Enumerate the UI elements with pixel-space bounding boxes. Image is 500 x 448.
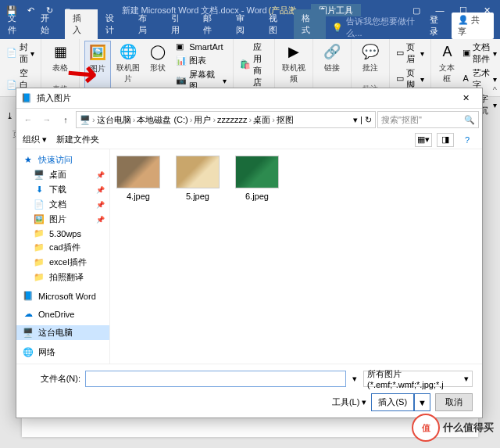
tab-layout[interactable]: 布局: [130, 9, 163, 39]
tab-insert[interactable]: 插入: [65, 9, 98, 39]
ribbon-tabs: 文件 开始 插入 设计 布局 引用 邮件 审阅 视图 格式 💡 告诉我您想要做什…: [0, 20, 500, 39]
filename-input[interactable]: [85, 371, 346, 387]
links-button[interactable]: 🔗链接: [318, 41, 346, 75]
sidebar-folder[interactable]: 📁拍照翻译: [16, 270, 109, 285]
sidebar-thispc[interactable]: 🖥️这台电脑: [16, 325, 109, 340]
header-button[interactable]: ▭页眉▾: [395, 41, 426, 66]
navigation-pane: ★快速访问 🖥️桌面📌 ⬇下载📌 📄文档📌 🖼️图片📌 📁5.30wps 📁ca…: [16, 149, 110, 364]
sidebar-pictures[interactable]: 🖼️图片📌: [16, 212, 109, 227]
sidebar-folder[interactable]: 📁5.30wps: [16, 227, 109, 240]
organize-button[interactable]: 组织 ▾: [23, 134, 47, 145]
file-filter-dropdown[interactable]: 所有图片(*.emf;*.wmf;*.jpg;*.j▾: [363, 371, 473, 387]
file-item[interactable]: 6.jpeg: [235, 156, 279, 201]
up-button[interactable]: ↑: [57, 111, 74, 128]
file-item[interactable]: 5.jpeg: [176, 156, 220, 201]
tab-design[interactable]: 设计: [98, 9, 130, 39]
sidebar-onedrive[interactable]: ☁OneDrive: [16, 307, 109, 321]
share-button[interactable]: 👤 共享: [452, 13, 494, 39]
login-link[interactable]: 登录: [430, 14, 447, 38]
dialog-title: 插入图片: [37, 92, 71, 104]
shapes-button[interactable]: ◯形状: [145, 41, 171, 93]
file-list[interactable]: 4.jpeg 5.jpeg 6.jpeg: [110, 149, 482, 364]
smartart-button[interactable]: ▣SmartArt: [174, 41, 228, 53]
chart-button[interactable]: 📊图表: [174, 54, 228, 67]
tab-references[interactable]: 引用: [163, 9, 196, 39]
sidebar-folder[interactable]: 📁excel插件: [16, 255, 109, 270]
tab-review[interactable]: 审阅: [228, 9, 261, 39]
insert-split-button[interactable]: ▼: [414, 393, 430, 411]
watermark: 值 什么值得买: [412, 414, 494, 442]
comment-button[interactable]: 💬批注: [356, 41, 384, 75]
collapse-ribbon-icon[interactable]: ^: [493, 85, 497, 95]
watermark-text: 什么值得买: [443, 421, 494, 435]
search-input[interactable]: 搜索"抠图"🔍: [377, 111, 479, 128]
cancel-button[interactable]: 取消: [435, 393, 473, 411]
insert-button[interactable]: 插入(S): [371, 393, 414, 411]
online-pictures-button[interactable]: 🌐联机图片: [114, 41, 141, 93]
cover-page-button[interactable]: 📄封面▾: [5, 41, 36, 66]
tab-file[interactable]: 文件: [0, 9, 33, 39]
view-mode-button[interactable]: ▦▾: [415, 133, 432, 147]
forward-button: →: [38, 111, 55, 128]
help-button[interactable]: ?: [459, 133, 476, 147]
preview-pane-button[interactable]: ◨: [437, 133, 454, 147]
word-icon: 📘: [21, 93, 32, 103]
filename-label: 文件名(N):: [26, 373, 80, 385]
sidebar-desktop[interactable]: 🖥️桌面📌: [16, 167, 109, 182]
sidebar-documents[interactable]: 📄文档📌: [16, 197, 109, 212]
app-store-button[interactable]: 🛍️应用商店: [238, 41, 270, 89]
online-video-button[interactable]: ▶联机视频: [280, 41, 308, 86]
sidebar-quick-access[interactable]: ★快速访问: [16, 152, 109, 167]
tab-home[interactable]: 开始: [33, 9, 66, 39]
file-item[interactable]: 4.jpeg: [116, 156, 160, 201]
sidebar-downloads[interactable]: ⬇下载📌: [16, 182, 109, 197]
sidebar-word[interactable]: 📘Microsoft Word: [16, 289, 109, 303]
tab-format[interactable]: 格式: [294, 9, 327, 39]
insert-picture-dialog: 📘 插入图片 ✕ ← → ↑ 🖥️ › 这台电脑› 本地磁盘 (C:)› 用户›…: [16, 88, 483, 418]
tab-mail[interactable]: 邮件: [195, 9, 228, 39]
insert-picture-button[interactable]: 🖼️图片: [84, 41, 111, 93]
sidebar-folder[interactable]: 📁cad插件: [16, 240, 109, 255]
dialog-close-button[interactable]: ✕: [454, 91, 477, 106]
breadcrumb[interactable]: 🖥️ › 这台电脑› 本地磁盘 (C:)› 用户› zzzzzzz› 桌面› 抠…: [76, 111, 376, 128]
table-button[interactable]: ▦表格: [46, 41, 74, 75]
back-button: ←: [20, 111, 37, 128]
quick-parts-button[interactable]: ▣文档部件▾: [461, 41, 498, 66]
sidebar-network[interactable]: 🌐网络: [16, 345, 109, 360]
tell-me[interactable]: 💡 告诉我您想要做什么...: [332, 16, 430, 39]
tools-button[interactable]: 工具(L) ▾: [332, 396, 367, 408]
watermark-icon: 值: [412, 414, 440, 442]
tab-view[interactable]: 视图: [261, 9, 294, 39]
new-folder-button[interactable]: 新建文件夹: [56, 134, 99, 145]
